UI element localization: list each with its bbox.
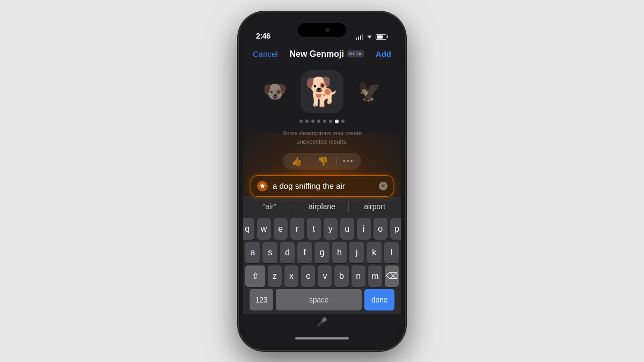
suggestion-airport[interactable]: airport bbox=[348, 197, 401, 216]
phone-screen: 2:46 bbox=[243, 17, 401, 346]
nav-bar: Cancel New Genmoji BETA Add bbox=[243, 43, 401, 65]
microphone-icon[interactable]: 🎤 bbox=[317, 317, 327, 327]
page-dot-7[interactable] bbox=[335, 120, 339, 123]
key-m[interactable]: m bbox=[368, 265, 382, 287]
more-button[interactable]: ••• bbox=[343, 157, 354, 165]
page-dot-8[interactable] bbox=[341, 120, 345, 123]
shift-key[interactable]: ⇧ bbox=[245, 265, 265, 287]
key-d[interactable]: d bbox=[280, 242, 295, 263]
search-input[interactable]: a dog sniffing the air bbox=[273, 181, 375, 190]
key-w[interactable]: w bbox=[257, 218, 271, 240]
emoji-item-left[interactable]: 🐶 bbox=[257, 73, 293, 110]
key-j[interactable]: j bbox=[349, 242, 364, 263]
suggestion-air[interactable]: "air" bbox=[243, 197, 296, 216]
key-i[interactable]: i bbox=[357, 218, 371, 240]
page-dots bbox=[299, 120, 345, 123]
key-a[interactable]: a bbox=[245, 242, 260, 263]
wifi-icon bbox=[366, 34, 373, 40]
keyboard-area: "air" airplane airport q w e r t bbox=[243, 197, 401, 314]
key-v[interactable]: v bbox=[318, 265, 332, 287]
delete-key[interactable]: ⌫ bbox=[385, 265, 399, 287]
home-indicator-area bbox=[243, 331, 401, 346]
emoji-item-right[interactable]: 🦅 bbox=[351, 73, 387, 110]
feedback-divider bbox=[310, 157, 310, 165]
key-e[interactable]: e bbox=[274, 218, 288, 240]
genmoji-icon bbox=[257, 180, 268, 192]
like-button[interactable]: 👍 bbox=[290, 156, 303, 166]
emoji-center: 🐕 bbox=[305, 78, 340, 106]
suggestions-row: "air" airplane airport bbox=[243, 197, 401, 216]
suggestion-airplane[interactable]: airplane bbox=[296, 197, 348, 216]
key-h[interactable]: h bbox=[332, 242, 347, 263]
feedback-divider-2 bbox=[336, 157, 336, 165]
mic-row: 🎤 bbox=[243, 314, 401, 331]
page-dot-6[interactable] bbox=[329, 120, 332, 123]
nav-title: New Genmoji bbox=[289, 49, 343, 59]
key-o[interactable]: o bbox=[374, 218, 387, 240]
keyboard-bottom-row: 123 space done bbox=[243, 287, 401, 314]
space-key[interactable]: space bbox=[276, 289, 362, 311]
key-n[interactable]: n bbox=[352, 265, 365, 287]
emoji-row: 🐶 🐕 🦅 bbox=[243, 70, 401, 113]
glow-area: a dog sniffing the air ✕ bbox=[243, 171, 401, 197]
page-dot-2[interactable] bbox=[305, 120, 309, 123]
front-camera bbox=[325, 28, 330, 32]
search-container: a dog sniffing the air ✕ bbox=[251, 175, 393, 197]
beta-badge: BETA bbox=[347, 50, 364, 57]
key-y[interactable]: y bbox=[324, 218, 338, 240]
keyboard-row-3: ⇧ z x c v b n m ⌫ bbox=[243, 263, 401, 287]
key-s[interactable]: s bbox=[262, 242, 277, 263]
key-f[interactable]: f bbox=[297, 242, 312, 263]
key-g[interactable]: g bbox=[314, 242, 329, 263]
emoji-carousel: 🐶 🐕 🦅 bbox=[243, 65, 401, 171]
clear-button[interactable]: ✕ bbox=[379, 182, 387, 190]
numbers-key[interactable]: 123 bbox=[250, 289, 273, 311]
key-c[interactable]: c bbox=[301, 265, 315, 287]
emoji-right: 🦅 bbox=[357, 82, 381, 101]
page-dot-1[interactable] bbox=[299, 120, 303, 123]
status-time: 2:46 bbox=[256, 32, 270, 40]
keyboard-row-2: a s d f g h j k l bbox=[243, 240, 401, 263]
key-r[interactable]: r bbox=[290, 218, 304, 240]
feedback-row: 👍 👎 ••• bbox=[283, 153, 362, 169]
nav-title-wrapper: New Genmoji BETA bbox=[289, 49, 364, 59]
key-q[interactable]: q bbox=[243, 218, 254, 240]
key-x[interactable]: x bbox=[284, 265, 298, 287]
done-key[interactable]: done bbox=[364, 289, 394, 311]
battery-icon bbox=[376, 34, 388, 40]
warning-text: Some descriptions may createunexpected r… bbox=[282, 129, 362, 146]
page-dot-3[interactable] bbox=[311, 120, 314, 123]
key-b[interactable]: b bbox=[334, 265, 348, 287]
search-input-wrapper: a dog sniffing the air ✕ bbox=[251, 175, 393, 197]
add-button[interactable]: Add bbox=[376, 49, 391, 58]
key-k[interactable]: k bbox=[367, 242, 381, 263]
cancel-button[interactable]: Cancel bbox=[253, 49, 278, 58]
key-t[interactable]: t bbox=[307, 218, 321, 240]
dislike-button[interactable]: 👎 bbox=[317, 156, 330, 166]
key-p[interactable]: p bbox=[390, 218, 401, 240]
phone-wrapper: 2:46 bbox=[239, 12, 405, 350]
home-indicator[interactable] bbox=[295, 337, 349, 339]
signal-bars bbox=[356, 34, 364, 40]
page-dot-5[interactable] bbox=[323, 120, 326, 123]
emoji-left: 🐶 bbox=[263, 82, 287, 101]
page-dot-4[interactable] bbox=[317, 120, 320, 123]
key-z[interactable]: z bbox=[268, 265, 282, 287]
dynamic-island bbox=[298, 23, 346, 37]
key-l[interactable]: l bbox=[384, 242, 399, 263]
status-icons bbox=[356, 34, 389, 40]
phone-body: 2:46 bbox=[239, 12, 405, 350]
emoji-item-center[interactable]: 🐕 bbox=[301, 70, 343, 113]
key-u[interactable]: u bbox=[340, 218, 354, 240]
keyboard-row-1: q w e r t y u i o p bbox=[243, 216, 401, 240]
